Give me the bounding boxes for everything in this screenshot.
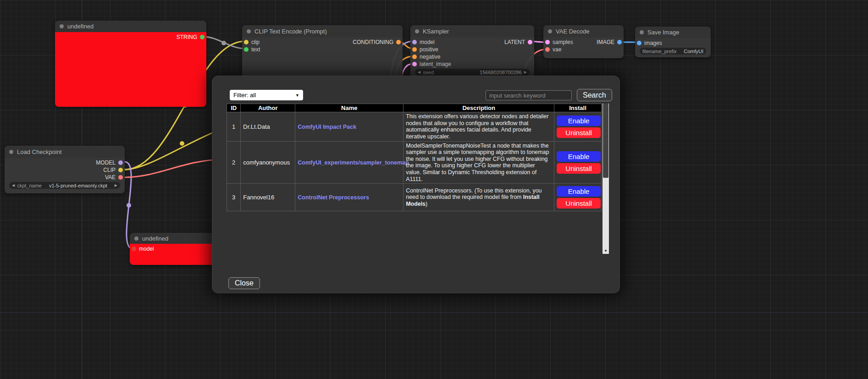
filename-prefix-label: filename_prefix	[642, 49, 677, 54]
seed-increment-arrow[interactable]: ▶	[524, 71, 527, 74]
node-collapse-dot[interactable]	[247, 29, 251, 33]
uninstall-button[interactable]: Uninstall	[557, 127, 601, 138]
ckpt-next-arrow[interactable]: ▶	[115, 184, 117, 187]
wire-vae-out	[125, 159, 222, 177]
node-title: VAE Decode	[556, 28, 589, 35]
scrollbar-down-arrow-icon[interactable]: ▼	[603, 248, 609, 254]
input-dot-model[interactable]	[132, 247, 136, 251]
output-label-conditioning: CONDITIONING	[353, 39, 393, 45]
output-dot-clip[interactable]	[118, 168, 123, 172]
header-author: Author	[241, 104, 295, 112]
ckpt-prev-arrow[interactable]: ◀	[12, 184, 15, 187]
extension-link[interactable]: ControlNet Preprocessors	[298, 194, 369, 201]
seed-widget[interactable]: ◀ seed 156680208700286 ▶	[415, 69, 530, 76]
input-label-model: model	[139, 246, 154, 252]
dropdown-caret-icon: ▼	[295, 93, 299, 98]
header-id: ID	[227, 104, 241, 112]
node-title: KSampler	[423, 28, 449, 35]
node-title: Load Checkpoint	[17, 148, 62, 155]
header-name: Name	[295, 104, 404, 112]
node-collapse-dot[interactable]	[9, 150, 13, 154]
filter-select-value: Filter: all	[233, 92, 256, 99]
input-dot-vae[interactable]	[545, 47, 550, 52]
output-label-string: STRING	[177, 34, 197, 40]
output-dot-string[interactable]	[200, 35, 205, 39]
link-midpoint-dot[interactable]	[221, 41, 226, 45]
header-install: Install	[554, 104, 602, 112]
scrollbar[interactable]: ▼	[603, 104, 609, 254]
filename-prefix-widget[interactable]: filename_prefix ComfyUI	[640, 48, 706, 55]
enable-button[interactable]: Enable	[557, 186, 601, 197]
ckpt-widget-value: v1-5-pruned-emaonly.ckpt	[49, 183, 107, 188]
input-label-model: model	[420, 39, 435, 45]
node-load-checkpoint[interactable]: Load Checkpoint MODEL CLIP VAE ◀ ckpt_na…	[5, 146, 125, 193]
extension-description: ModelSamplerTonemapNoiseTest a node that…	[404, 141, 554, 184]
search-button[interactable]: Search	[577, 89, 612, 101]
output-dot-image[interactable]	[617, 40, 622, 44]
input-label-samples: samples	[553, 39, 573, 45]
input-dot-text[interactable]	[244, 47, 249, 52]
node-vae-decode[interactable]: VAE Decode samples IMAGE vae	[543, 25, 624, 58]
extension-id: 1	[227, 112, 241, 142]
manager-dialog: Filter: all ▼ Search ID Author Name Desc…	[212, 76, 620, 293]
node-ksampler[interactable]: KSampler model LATENT positive negative …	[410, 25, 534, 77]
extension-id: 3	[227, 184, 241, 211]
extension-description: ControlNet Preprocessors. (To use this e…	[404, 184, 554, 211]
input-label-images: images	[644, 40, 662, 46]
filter-select[interactable]: Filter: all ▼	[230, 90, 303, 100]
enable-button[interactable]: Enable	[557, 115, 601, 126]
output-label-image: IMAGE	[597, 39, 614, 45]
output-label-model: MODEL	[96, 159, 116, 166]
uninstall-button[interactable]: Uninstall	[557, 163, 601, 174]
input-dot-negative[interactable]	[412, 55, 417, 59]
extensions-table: ID Author Name Description Install 1 Dr.…	[227, 104, 602, 211]
close-button[interactable]: Close	[228, 277, 260, 289]
uninstall-button[interactable]: Uninstall	[557, 198, 601, 209]
extension-id: 2	[227, 141, 241, 184]
extension-link[interactable]: ComfyUI_experiments/sampler_tonemap	[298, 159, 409, 166]
enable-button[interactable]: Enable	[557, 151, 601, 162]
search-input[interactable]	[486, 90, 572, 100]
link-midpoint-dot[interactable]	[180, 141, 184, 146]
node-title: CLIP Text Encode (Prompt)	[254, 28, 327, 35]
input-dot-latent-image[interactable]	[412, 62, 417, 66]
node-collapse-dot[interactable]	[548, 29, 552, 33]
node-save-image[interactable]: Save Image images filename_prefix ComfyU…	[635, 27, 711, 57]
node-undefined-top[interactable]: undefined STRING	[55, 21, 206, 107]
node-collapse-dot[interactable]	[415, 29, 419, 33]
input-dot-samples[interactable]	[545, 40, 550, 44]
output-dot-vae[interactable]	[118, 175, 123, 180]
extension-link[interactable]: ComfyUI Impact Pack	[298, 124, 356, 130]
input-label-positive: positive	[420, 46, 438, 53]
node-collapse-dot[interactable]	[134, 236, 138, 241]
input-dot-model[interactable]	[412, 40, 417, 44]
input-label-clip: clip	[251, 39, 260, 45]
link-midpoint-dot[interactable]	[127, 203, 131, 208]
ckpt-widget-label: ckpt_name	[17, 183, 42, 188]
output-dot-latent[interactable]	[528, 40, 532, 44]
scrollbar-thumb[interactable]	[603, 104, 608, 178]
node-title: undefined	[67, 23, 94, 30]
extension-row: 1 Dr.Lt.Data ComfyUI Impact Pack This ex…	[227, 112, 602, 142]
extension-row: 3 Fannovel16 ControlNet Preprocessors Co…	[227, 184, 602, 211]
ckpt-name-widget[interactable]: ◀ ckpt_name v1-5-pruned-emaonly.ckpt ▶	[9, 182, 120, 189]
input-label-text: text	[251, 46, 260, 53]
input-dot-positive[interactable]	[412, 47, 417, 52]
input-dot-clip[interactable]	[244, 40, 249, 44]
extension-description: This extension offers various detector n…	[404, 112, 554, 142]
output-label-latent: LATENT	[504, 39, 525, 45]
node-title: Save Image	[647, 29, 679, 36]
table-header-row: ID Author Name Description Install	[227, 104, 602, 112]
input-dot-images[interactable]	[637, 41, 641, 45]
output-dot-model[interactable]	[118, 160, 123, 165]
node-clip-text-encode[interactable]: CLIP Text Encode (Prompt) clip CONDITION…	[242, 25, 403, 81]
input-label-negative: negative	[420, 54, 440, 60]
output-dot-conditioning[interactable]	[396, 40, 401, 44]
node-collapse-dot[interactable]	[640, 30, 644, 34]
node-collapse-dot[interactable]	[60, 24, 64, 28]
node-undefined-bottom[interactable]: undefined model	[130, 233, 221, 265]
seed-widget-label: seed	[423, 70, 434, 75]
seed-decrement-arrow[interactable]: ◀	[418, 71, 420, 74]
input-label-vae: vae	[553, 46, 561, 53]
seed-widget-value: 156680208700286	[480, 70, 522, 75]
